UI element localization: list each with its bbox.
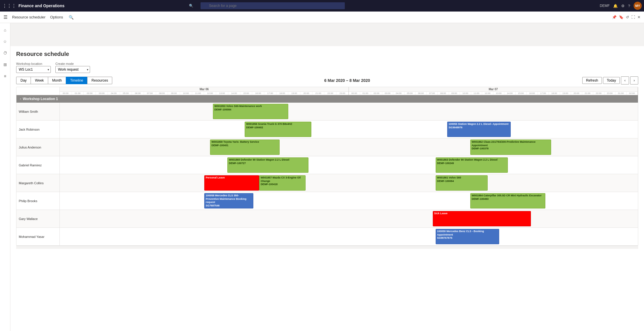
resource-name-mohammad: Mohammad Yasar: [16, 228, 60, 245]
event-w001853[interactable]: W001853 Volvo S60-Maintenance work DEMF-…: [213, 104, 288, 119]
today-button[interactable]: Today: [603, 77, 620, 84]
settings-icon[interactable]: ⚙: [621, 4, 625, 8]
event-w001864[interactable]: W001864 Caterpillar 305.5D CR Mini Hydra…: [470, 193, 546, 208]
time-labels-row: Mar 06 00:00 01:00 02:00 03:00 04:00 05:…: [60, 87, 638, 95]
hour-1600: 16:00: [252, 92, 264, 95]
resource-row-julius: Julius Anderson W001859 Toyota Yaris- Ba…: [16, 138, 638, 156]
date-range-label: 6 Mar 2020 – 8 Mar 2020: [324, 78, 370, 83]
top-navigation-bar: ⋮⋮⋮ Finance and Operations 🔍 DEMF 🔔 ⚙ ? …: [0, 0, 644, 12]
hour2-2300: 23:00: [604, 92, 616, 95]
search-input[interactable]: [201, 2, 345, 9]
event-subtitle: DEMF-100402: [246, 126, 310, 129]
help-icon[interactable]: ?: [628, 4, 630, 8]
hour-0600: 06:00: [132, 92, 144, 95]
sync-icon[interactable]: ↺: [626, 15, 629, 19]
event-100055[interactable]: 100055 Station Wagon 2.2 L Diesel- Appoi…: [447, 122, 511, 137]
event-title: Personal Leave: [206, 176, 258, 180]
tab-week[interactable]: Week: [31, 77, 48, 84]
event-subtitle: DEMF-100378: [472, 147, 550, 151]
module-nav-item[interactable]: Resource scheduler: [12, 15, 46, 19]
resource-name-margareth: Margareth Collins: [16, 174, 60, 192]
event-title: W001861 Volvo S60: [437, 176, 486, 180]
event-title: W001864 Caterpillar 305.5D CR Mini Hydra…: [472, 194, 544, 198]
event-w001856[interactable]: W001856 Scania Truck G 370 B8x4HZ DEMF-1…: [245, 122, 311, 137]
event-w001863[interactable]: W001863 Defender 90 Station Wagon 2.2 L …: [436, 157, 508, 173]
hour-0800: 08:00: [156, 92, 168, 95]
hour-0300: 03:00: [96, 92, 108, 95]
resource-timeline-jack: W001856 Scania Truck G 370 B8x4HZ DEMF-1…: [60, 121, 638, 138]
event-w001861[interactable]: W001861 Volvo S60 DEMF-100084: [436, 175, 488, 191]
hour-0100: 01:00: [72, 92, 84, 95]
navigation-controls: Refresh Today ‹ ›: [582, 76, 638, 84]
hour-0900: 09:00: [168, 92, 180, 95]
hour2-2100: 21:00: [582, 92, 594, 95]
event-personal-leave[interactable]: Personal Leave: [204, 175, 259, 191]
hour2-1900: 19:00: [560, 92, 571, 95]
hour2-0200: 02:00: [371, 92, 382, 95]
hamburger-icon[interactable]: ☰: [3, 14, 8, 20]
event-w001860[interactable]: W001860 Defender 90 Station Wagon 2.2 L …: [227, 157, 308, 173]
event-sick-leave[interactable]: Sick Leave: [433, 211, 531, 226]
workshop-location-select[interactable]: WS Loc1: [16, 66, 51, 73]
event-title: W001857 Mazda CX 3-Engine Oil Change: [261, 176, 304, 183]
event-100058[interactable]: 100058 Mercedes CLS 350-Preventive Maint…: [204, 193, 253, 208]
user-avatar[interactable]: MY: [634, 2, 642, 10]
options-nav-item[interactable]: Options: [50, 15, 63, 19]
page-title: Resource schedule: [16, 51, 638, 57]
tab-resources[interactable]: Resources: [87, 77, 112, 84]
resource-name-gabriel: Gabriel Ramirez: [16, 156, 60, 174]
hour-labels-mar06: 00:00 01:00 02:00 03:00 04:00 05:00 06:0…: [60, 92, 349, 95]
sidebar-icon-list[interactable]: ≡: [1, 72, 10, 81]
notification-icon[interactable]: 🔔: [613, 4, 618, 8]
horizontal-scrollbar[interactable]: [16, 246, 638, 249]
event-w001862[interactable]: W001862 Claas-231/783/200-Predictive Mai…: [470, 140, 551, 155]
nav-search-icon[interactable]: 🔍: [69, 15, 74, 20]
controls-row: Workshop location WS Loc1 Create mode Wo…: [16, 62, 638, 73]
day-section-mar07: Mar 07 00:00 01:00 02:00 03:00 04:00 05:…: [349, 87, 638, 95]
hour-2200: 22:00: [324, 92, 336, 95]
event-title: W001853 Volvo S60-Maintenance work: [214, 105, 287, 108]
refresh-button[interactable]: Refresh: [582, 77, 602, 84]
sidebar-icon-table[interactable]: ⊞: [1, 60, 10, 69]
event-w001857[interactable]: W001857 Mazda CX 3-Engine Oil Change DEM…: [259, 175, 305, 191]
resource-timeline-philip: 100058 Mercedes CLS 350-Preventive Maint…: [60, 192, 638, 210]
event-w001859[interactable]: W001859 Toyota Yaris- Battery Service DE…: [210, 140, 279, 155]
resource-name-philip: Philip Brooks: [16, 192, 60, 210]
close-icon[interactable]: ✕: [637, 15, 641, 19]
sidebar-icon-star[interactable]: ☆: [1, 37, 10, 46]
event-title: W001863 Defender 90 Station Wagon 2.2 L …: [437, 158, 507, 162]
tab-timeline[interactable]: Timeline: [66, 77, 87, 84]
tab-month[interactable]: Month: [48, 77, 66, 84]
hour2-2200: 22:00: [593, 92, 604, 95]
hour2-0400: 04:00: [393, 92, 405, 95]
sidebar-icon-clock[interactable]: ⏱: [1, 48, 10, 58]
event-100059[interactable]: 100059 Mercedes Benz CLS - Booking Appoi…: [436, 229, 499, 244]
app-title: Finance and Operations: [18, 3, 64, 8]
prev-button[interactable]: ‹: [621, 76, 629, 84]
hour-1200: 12:00: [204, 92, 216, 95]
resource-row-mohammad: Mohammad Yasar 100059 Mercedes Benz CLS …: [16, 228, 638, 246]
top-right-icons: DEMF 🔔 ⚙ ? MY: [600, 2, 642, 10]
bookmark-icon[interactable]: 🔖: [619, 15, 624, 19]
create-mode-select[interactable]: Work request: [55, 66, 90, 73]
workshop-location-header: - Workshop Location 1: [16, 95, 638, 103]
hour-1400: 14:00: [228, 92, 240, 95]
hour-1700: 17:00: [264, 92, 276, 95]
expand-icon[interactable]: ⛶: [631, 15, 635, 19]
search-icon: 🔍: [189, 4, 193, 8]
hour-1000: 10:00: [180, 92, 192, 95]
next-button[interactable]: ›: [630, 76, 638, 84]
tab-day[interactable]: Day: [16, 77, 31, 84]
timeline-grid: Mar 06 00:00 01:00 02:00 03:00 04:00 05:…: [16, 87, 638, 246]
hour-0700: 07:00: [144, 92, 156, 95]
hour-0500: 05:00: [120, 92, 132, 95]
hour-1800: 18:00: [276, 92, 289, 95]
hour-1300: 13:00: [216, 92, 228, 95]
sidebar-icon-home[interactable]: ⌂: [1, 25, 10, 35]
app-grid-icon[interactable]: ⋮⋮⋮: [2, 3, 16, 9]
pin-icon[interactable]: 📌: [612, 15, 617, 19]
resource-row-philip: Philip Brooks 100058 Mercedes CLS 350-Pr…: [16, 192, 638, 210]
resource-timeline-mohammad: 100059 Mercedes Benz CLS - Booking Appoi…: [60, 228, 638, 245]
hour-0200: 02:00: [84, 92, 96, 95]
event-subtitle: SG3648976: [449, 126, 509, 129]
